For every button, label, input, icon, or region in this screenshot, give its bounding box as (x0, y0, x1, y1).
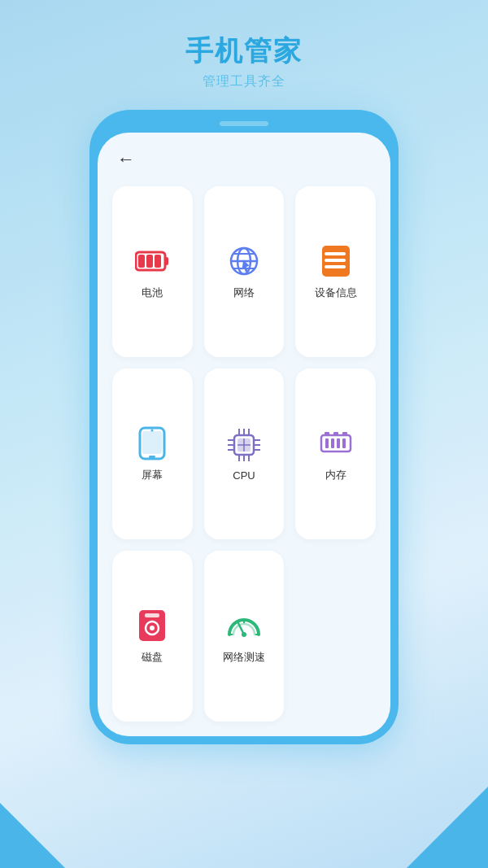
svg-rect-43 (325, 432, 329, 436)
bg-decoration-right (407, 787, 488, 868)
disk-icon (134, 608, 170, 643)
tool-card-speedtest[interactable]: 网络测速 (204, 551, 285, 722)
tool-card-battery[interactable]: 电池 (112, 186, 193, 357)
tool-card-device-info[interactable]: 设备信息 (295, 186, 376, 357)
svg-rect-40 (331, 438, 334, 448)
svg-rect-39 (325, 438, 329, 448)
svg-rect-44 (333, 432, 338, 436)
svg-rect-4 (155, 255, 161, 268)
speedtest-label: 网络测速 (223, 650, 265, 665)
svg-rect-1 (165, 257, 168, 265)
svg-rect-20 (149, 456, 155, 458)
battery-icon (134, 243, 170, 279)
memory-label: 内存 (325, 468, 346, 482)
bg-decoration-left (0, 803, 65, 868)
empty-cell (295, 551, 376, 722)
svg-rect-41 (337, 438, 340, 448)
svg-rect-19 (142, 431, 162, 454)
cpu-label: CPU (233, 469, 255, 482)
svg-rect-2 (138, 255, 145, 268)
svg-rect-3 (146, 255, 153, 268)
network-icon (226, 243, 262, 279)
screen-icon (134, 425, 170, 461)
disk-label: 磁盘 (142, 650, 163, 665)
header: 手机管家 管理工具齐全 (185, 33, 303, 90)
memory-icon (318, 425, 354, 461)
app-title: 手机管家 (185, 33, 303, 70)
tool-card-cpu[interactable]: CPU (204, 369, 285, 539)
speedtest-icon (226, 608, 262, 643)
svg-point-21 (151, 430, 154, 432)
tool-card-disk[interactable]: 磁盘 (112, 551, 193, 722)
svg-rect-14 (326, 265, 346, 268)
svg-point-51 (242, 632, 246, 637)
svg-point-17 (325, 265, 328, 268)
device-info-label: 设备信息 (315, 286, 357, 300)
svg-point-48 (150, 626, 155, 630)
svg-rect-42 (342, 438, 346, 448)
screen-label: 屏幕 (142, 468, 163, 482)
device-info-icon (318, 243, 354, 279)
svg-rect-12 (326, 252, 346, 255)
phone-speaker (220, 121, 268, 126)
back-button[interactable]: ← (117, 149, 135, 170)
svg-point-15 (325, 252, 328, 255)
network-label: 网络 (233, 286, 255, 300)
svg-rect-13 (326, 259, 346, 262)
tool-card-network[interactable]: 网络 (204, 186, 285, 357)
app-subtitle: 管理工具齐全 (185, 73, 303, 90)
tool-card-memory[interactable]: 内存 (295, 369, 376, 539)
nav-bar: ← (98, 133, 390, 178)
tools-grid: 电池 网络 (98, 178, 390, 736)
svg-rect-45 (342, 432, 347, 436)
tool-card-screen[interactable]: 屏幕 (112, 369, 193, 539)
svg-rect-49 (145, 613, 159, 617)
battery-label: 电池 (142, 286, 163, 300)
svg-point-16 (325, 259, 328, 262)
cpu-icon (226, 427, 262, 463)
phone-screen: ← 电池 (98, 133, 390, 736)
phone-mockup: ← 电池 (89, 110, 399, 744)
